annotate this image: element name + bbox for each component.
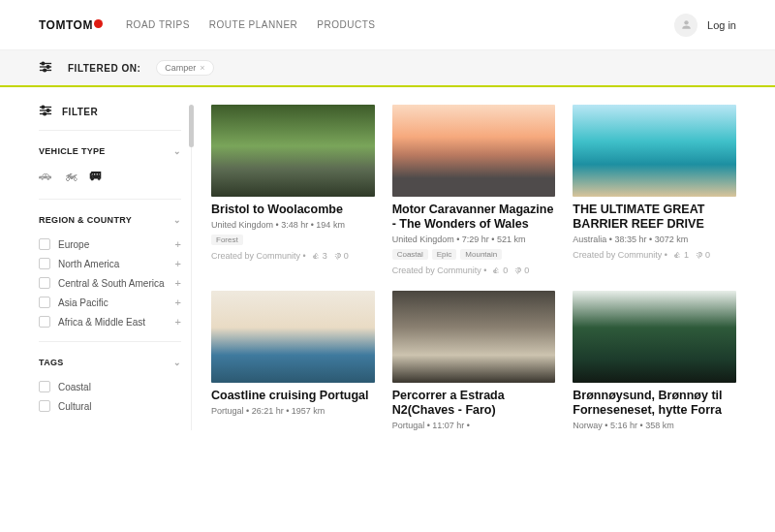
checkbox-icon[interactable] <box>39 316 50 328</box>
tags-header[interactable]: TAGS ⌄ <box>39 358 181 377</box>
list-item-label: Coastal <box>58 382 91 392</box>
checkbox-icon[interactable] <box>39 381 50 392</box>
car-icon[interactable]: 🚗︎ <box>39 168 52 183</box>
expand-icon[interactable]: + <box>175 297 181 308</box>
trip-card[interactable]: Brønnøysund, Brønnøy til Forneseneset, h… <box>573 291 736 430</box>
filter-chip-label: Camper <box>165 63 196 73</box>
active-filter-bar: FILTERED ON: Camper × <box>0 50 775 87</box>
sliders-icon <box>39 61 52 75</box>
thumbs-down-icon[interactable]: 👎︎ 0 <box>695 250 710 260</box>
trip-card[interactable]: Percorrer a Estrada N2(Chaves - Faro)Por… <box>392 291 556 430</box>
svg-point-6 <box>44 69 46 72</box>
region-item[interactable]: Africa & Middle East+ <box>39 312 181 331</box>
expand-icon[interactable]: + <box>175 258 181 269</box>
scrollbar-thumb[interactable] <box>189 105 194 147</box>
card-tag: Coastal <box>392 249 428 260</box>
card-meta: Norway • 5:16 hr • 358 km <box>573 421 736 430</box>
region-item[interactable]: Europe+ <box>39 235 181 254</box>
trip-card[interactable]: Coastline cruising PortugalPortugal • 26… <box>211 291 375 430</box>
card-byline: Created by Community • 👍︎ 3 👎︎ 0 <box>211 251 375 261</box>
tags-block: TAGS ⌄ CoastalCultural <box>39 342 181 416</box>
checkbox-icon[interactable] <box>39 258 50 269</box>
expand-icon[interactable]: + <box>175 238 181 250</box>
region-label: REGION & COUNTRY <box>39 215 132 225</box>
svg-point-12 <box>44 112 46 115</box>
thumbs-down-icon[interactable]: 👎︎ 0 <box>513 266 529 275</box>
tags-label: TAGS <box>39 358 64 367</box>
vehicle-type-label: VEHICLE TYPE <box>39 146 106 156</box>
checkbox-icon[interactable] <box>39 277 50 289</box>
logo-dot-icon <box>94 19 103 28</box>
card-thumbnail <box>392 291 556 383</box>
thumbs-up-icon[interactable]: 👍︎ 0 <box>492 266 508 275</box>
down-count: 0 <box>524 266 529 275</box>
region-item[interactable]: Central & South America+ <box>39 273 181 293</box>
card-byline: Created by Community • 👍︎ 1 👎︎ 0 <box>573 250 736 260</box>
card-thumbnail <box>392 105 556 197</box>
app-header: TOMTOM ROAD TRIPS ROUTE PLANNER PRODUCTS… <box>0 0 775 50</box>
card-title: Percorrer a Estrada N2(Chaves - Faro) <box>392 389 556 418</box>
login-link[interactable]: Log in <box>674 14 736 37</box>
motorcycle-icon[interactable]: 🏍︎ <box>64 168 78 183</box>
card-byline: Created by Community • 👍︎ 0 👎︎ 0 <box>392 266 556 275</box>
login-label: Log in <box>707 19 736 31</box>
checkbox-icon[interactable] <box>39 238 50 250</box>
card-thumbnail <box>211 105 375 197</box>
sliders-icon <box>39 105 52 118</box>
region-item[interactable]: North America+ <box>39 254 181 273</box>
chevron-down-icon: ⌄ <box>173 358 181 367</box>
up-count: 1 <box>684 250 689 260</box>
card-meta: Australia • 38:35 hr • 3072 km <box>573 235 736 244</box>
filtered-on-label: FILTERED ON: <box>68 63 140 74</box>
card-title: Bristol to Woolacombe <box>211 203 375 217</box>
card-meta: Portugal • 11:07 hr • <box>392 421 556 430</box>
filter-chip[interactable]: Camper × <box>156 60 213 76</box>
logo-text: TOMTOM <box>39 18 93 32</box>
up-count: 3 <box>323 251 327 261</box>
checkbox-icon[interactable] <box>39 297 50 308</box>
thumbs-up-icon[interactable]: 👍︎ 3 <box>312 251 327 261</box>
chevron-down-icon: ⌄ <box>173 215 181 225</box>
thumbs-up-icon[interactable]: 👍︎ 1 <box>673 250 689 260</box>
trip-card[interactable]: THE ULTIMATE GREAT BARRIER REEF DRIVEAus… <box>573 105 736 275</box>
chevron-down-icon: ⌄ <box>173 146 181 156</box>
main-nav: ROAD TRIPS ROUTE PLANNER PRODUCTS <box>126 19 376 30</box>
down-count: 0 <box>344 251 349 261</box>
close-icon[interactable]: × <box>200 63 204 73</box>
logo[interactable]: TOMTOM <box>39 18 103 32</box>
region-item[interactable]: Asia Pacific+ <box>39 293 181 312</box>
list-item-label: Africa & Middle East <box>58 317 145 328</box>
expand-icon[interactable]: + <box>175 316 181 328</box>
tag-item[interactable]: Coastal <box>39 377 181 396</box>
expand-icon[interactable]: + <box>175 277 181 289</box>
card-meta: United Kingdom • 7:29 hr • 521 km <box>392 235 556 244</box>
card-tag: Mountain <box>460 249 502 260</box>
vehicle-type-header[interactable]: VEHICLE TYPE ⌄ <box>39 146 181 166</box>
list-item-label: Europe <box>58 239 89 250</box>
filter-heading-label: FILTER <box>62 107 181 117</box>
thumbs-down-icon[interactable]: 👎︎ 0 <box>333 251 349 261</box>
checkbox-icon[interactable] <box>39 400 50 412</box>
list-item-label: Cultural <box>58 401 91 412</box>
nav-products[interactable]: PRODUCTS <box>317 19 375 30</box>
card-tag: Forest <box>211 235 243 245</box>
card-thumbnail <box>573 105 736 197</box>
card-title: Motor Caravanner Magazine - The Wonders … <box>392 203 556 232</box>
tag-item[interactable]: Cultural <box>39 396 181 416</box>
card-title: THE ULTIMATE GREAT BARRIER REEF DRIVE <box>573 203 736 232</box>
trip-card[interactable]: Bristol to WoolacombeUnited Kingdom • 3:… <box>211 105 375 275</box>
filter-sidebar: FILTER VEHICLE TYPE ⌄ 🚗︎ 🏍︎ 🚐︎ REGION & … <box>39 105 192 430</box>
camper-icon[interactable]: 🚐︎ <box>89 168 103 183</box>
vehicle-type-block: VEHICLE TYPE ⌄ 🚗︎ 🏍︎ 🚐︎ <box>39 131 181 185</box>
nav-route-planner[interactable]: ROUTE PLANNER <box>209 19 298 30</box>
region-header[interactable]: REGION & COUNTRY ⌄ <box>39 215 181 235</box>
svg-point-10 <box>46 110 49 112</box>
results-grid: Bristol to WoolacombeUnited Kingdom • 3:… <box>192 105 736 430</box>
filter-heading: FILTER <box>39 105 181 130</box>
card-thumbnail <box>573 291 736 383</box>
nav-road-trips[interactable]: ROAD TRIPS <box>126 19 190 30</box>
card-tags: Forest <box>211 235 375 245</box>
svg-point-8 <box>42 106 45 109</box>
trip-card[interactable]: Motor Caravanner Magazine - The Wonders … <box>392 105 556 275</box>
region-block: REGION & COUNTRY ⌄ Europe+North America+… <box>39 200 181 331</box>
